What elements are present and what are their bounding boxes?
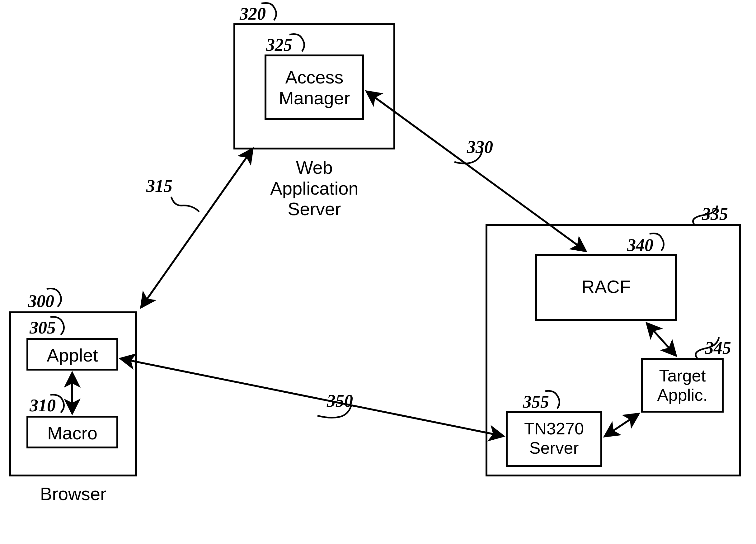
- ref-355: 355: [523, 392, 549, 412]
- web-caption: Web Application Server: [233, 157, 395, 219]
- applet-label: Applet: [26, 345, 118, 366]
- tn3270-label: TN3270 Server: [506, 419, 602, 457]
- access-manager-label: Access Manager: [265, 67, 364, 108]
- ref-315: 315: [146, 176, 172, 196]
- ref-335: 335: [702, 204, 728, 224]
- leader-315: [171, 197, 199, 212]
- ref-310: 310: [30, 396, 56, 415]
- ref-300: 300: [28, 291, 54, 311]
- ref-350: 350: [327, 391, 353, 411]
- ref-330: 330: [467, 137, 493, 157]
- diagram-canvas: Applet Macro Browser Access Manager Web …: [0, 0, 756, 544]
- macro-label: Macro: [26, 423, 118, 444]
- target-label: Target Applic.: [641, 366, 724, 405]
- browser-box: [9, 312, 137, 476]
- arrow-350: [121, 359, 503, 436]
- ref-305: 305: [30, 318, 56, 338]
- ref-345: 345: [705, 338, 731, 358]
- ref-320: 320: [240, 4, 266, 24]
- ref-325: 325: [266, 35, 292, 55]
- racf-label: RACF: [535, 277, 677, 298]
- browser-caption: Browser: [9, 484, 137, 504]
- ref-340: 340: [627, 235, 653, 255]
